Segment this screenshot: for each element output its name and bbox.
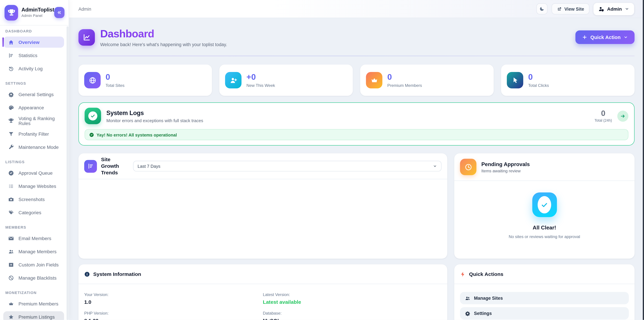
sidebar-item-appearance[interactable]: Appearance (3, 102, 64, 113)
time-range-value: Last 7 Days (138, 164, 160, 169)
user-shield-icon (598, 6, 604, 12)
system-information-card: System Information Your Version:1.0Lates… (78, 264, 447, 320)
view-site-label: View Site (564, 7, 584, 11)
quick-action-item-settings[interactable]: Settings (460, 307, 629, 319)
all-clear-subtitle: No sites or reviews waiting for approval (509, 234, 580, 239)
sidebar-item-approval-queue[interactable]: Approval Queue (3, 167, 64, 179)
gear-icon (8, 91, 14, 97)
logs-total-label: Total (24h) (594, 118, 612, 123)
approvals-icon-tile (460, 159, 476, 175)
sidebar-item-manage-blacklists[interactable]: Manage Blacklists (3, 272, 64, 283)
admin-user-menu[interactable]: Admin (594, 3, 634, 15)
camera-icon (8, 196, 14, 202)
sidebar-section-label: LISTINGS (6, 160, 67, 164)
sidebar-collapse-button[interactable] (54, 7, 64, 18)
chart-bars-icon (87, 163, 94, 169)
stat-label: Premium Members (387, 83, 422, 88)
sidebar-item-statistics[interactable]: Statistics (3, 50, 64, 61)
page-header: Dashboard Welcome back! Here's what's ha… (78, 28, 634, 47)
external-link-icon (557, 7, 562, 11)
sidebar-nav: DASHBOARDOverviewStatisticsActivity LogS… (0, 26, 66, 320)
page-title: Dashboard (100, 28, 227, 40)
arrow-right-icon (620, 113, 626, 119)
system-info-body: Your Version:1.0Latest Version:Latest av… (78, 284, 447, 320)
star-icon (8, 314, 14, 320)
sidebar-item-label: General Settings (18, 92, 54, 97)
view-site-button[interactable]: View Site (552, 3, 590, 14)
sidebar: AdminToplist Admin Panel DASHBOARDOvervi… (0, 0, 69, 320)
sidebar-item-label: Custom Join Fields (18, 262, 59, 267)
lightning-icon (460, 271, 466, 277)
quick-action-item-manage-sites[interactable]: Manage Sites (460, 292, 629, 304)
sidebar-item-label: Statistics (18, 53, 38, 58)
time-range-select[interactable]: Last 7 Days (133, 161, 442, 171)
chevron-down-icon (433, 164, 437, 168)
chevron-down-icon (625, 7, 629, 11)
sidebar-item-premium-listings[interactable]: Premium Listings (3, 311, 64, 320)
sidebar-item-profanity-filter[interactable]: Profanity Filter (3, 128, 64, 139)
stat-label: Total Clicks (528, 83, 549, 88)
list-icon (8, 183, 14, 189)
stat-card-new-this-week: +0New This Week (220, 65, 353, 96)
sidebar-item-label: Manage Websites (18, 184, 56, 189)
system-logs-icon-tile (84, 108, 101, 124)
sidebar-section-label: DASHBOARD (6, 29, 67, 33)
quick-actions-body: Manage SitesSettings (454, 284, 634, 320)
sidebar-item-manage-websites[interactable]: Manage Websites (3, 180, 64, 192)
stats-row: 0Total Sites+0New This Week0Premium Memb… (78, 65, 634, 96)
sidebar-section-label: SETTINGS (6, 81, 67, 86)
stat-icon-tile (225, 72, 242, 88)
topbar: Admin View Site Admin (69, 0, 644, 18)
wrench-icon (8, 144, 14, 150)
sidebar-item-premium-members[interactable]: Premium Members (3, 298, 64, 309)
app-title: AdminToplist (22, 7, 54, 13)
sidebar-item-categories[interactable]: Categories (3, 207, 64, 218)
sidebar-item-overview[interactable]: Overview (3, 37, 64, 48)
approvals-subtitle: Items awaiting review (481, 168, 530, 173)
plus-square-icon (8, 262, 14, 267)
system-info-field: PHP Version:8.1.33 (84, 311, 263, 320)
quick-action-button[interactable]: Quick Action (576, 31, 634, 44)
crown-icon (370, 76, 378, 84)
system-info-title: System Information (93, 271, 141, 277)
check-circle-icon (89, 132, 94, 137)
field-value: 8.1.33 (84, 318, 263, 320)
main-content: Dashboard Welcome back! Here's what's ha… (69, 18, 644, 320)
plus-icon (582, 35, 588, 40)
stat-icon-tile (366, 72, 382, 88)
sidebar-item-email-members[interactable]: Email Members (3, 233, 64, 244)
gear-icon (465, 311, 470, 316)
sidebar-item-label: Email Members (18, 236, 51, 241)
all-clear-title: All Clear! (532, 224, 556, 231)
mail-icon (8, 235, 14, 241)
clock-icon (464, 163, 472, 171)
sidebar-item-label: Profanity Filter (18, 131, 49, 136)
sidebar-scrollbar[interactable] (66, 26, 68, 320)
funnel-icon (8, 131, 14, 137)
page-scrollbar[interactable] (643, 0, 644, 320)
growth-title: Site Growth Trends (101, 156, 128, 176)
sidebar-item-screenshots[interactable]: Screenshots (3, 194, 64, 205)
check-icon (90, 114, 95, 118)
system-info-field: Latest Version:Latest available (263, 292, 442, 305)
open-logs-button[interactable] (617, 110, 628, 122)
sidebar-item-activity-log[interactable]: Activity Log (3, 63, 64, 74)
growth-chart-area (78, 179, 447, 259)
sidebar-item-label: Manage Members (18, 249, 57, 254)
trophy-icon (7, 9, 16, 17)
sidebar-item-maintenance-mode[interactable]: Maintenance Mode (3, 141, 64, 153)
stat-value: 0 (387, 73, 422, 81)
sidebar-item-custom-join-fields[interactable]: Custom Join Fields (3, 259, 64, 270)
chevron-down-icon (624, 35, 628, 40)
sidebar-item-voting-ranking-rules[interactable]: Voting & Ranking Rules (3, 115, 64, 126)
quick-action-label: Quick Action (590, 34, 620, 40)
trophy-icon (8, 118, 14, 124)
stat-value: 0 (528, 73, 549, 81)
sidebar-item-general-settings[interactable]: General Settings (3, 89, 64, 100)
dark-mode-toggle[interactable] (536, 3, 548, 14)
info-icon (84, 271, 90, 277)
field-label: Your Version: (84, 292, 263, 297)
admin-dashboard: AdminToplist Admin Panel DASHBOARDOvervi… (0, 0, 644, 320)
sidebar-item-manage-members[interactable]: Manage Members (3, 246, 64, 257)
sidebar-item-label: Voting & Ranking Rules (18, 116, 64, 126)
